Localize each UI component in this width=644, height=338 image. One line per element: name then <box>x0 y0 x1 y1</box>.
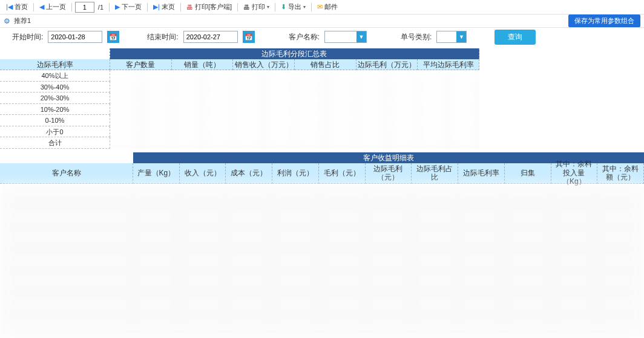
order-type-label: 单号类别: <box>401 32 432 42</box>
mail-icon: ✉ <box>317 3 323 11</box>
dropdown-icon: ▼ <box>456 31 466 42</box>
export-label: 导出 <box>288 2 301 11</box>
save-params-button[interactable]: 保存为常用参数组合 <box>568 15 640 27</box>
summary-col-header: 销售占比 <box>295 59 356 70</box>
separator <box>33 3 34 11</box>
summary-table: 边际毛利率 40%以上 30%-40% 20%-30% 10%-20% 0-10… <box>0 48 644 149</box>
print-button[interactable]: 🖶 打印 ▾ <box>241 1 272 13</box>
separator <box>237 3 238 11</box>
detail-col-header: 收入（元） <box>180 163 226 184</box>
last-page-label: 末页 <box>162 2 175 11</box>
start-time-input[interactable] <box>48 31 102 43</box>
print-client-label: 打印[客户端] <box>195 2 232 11</box>
export-button[interactable]: ⬇ 导出 ▾ <box>278 1 308 13</box>
dropdown-icon: ▼ <box>356 31 366 42</box>
summary-title: 边际毛利分段汇总表 <box>110 48 479 59</box>
end-time-label: 结束时间: <box>147 32 178 42</box>
customer-name-select[interactable]: ▼ <box>324 31 367 43</box>
detail-col-header: 归集 <box>505 163 551 184</box>
next-page-icon: ▶ <box>115 3 120 11</box>
prev-page-icon: ◀ <box>39 3 44 11</box>
mail-label: 邮件 <box>324 2 338 11</box>
page-number-input[interactable] <box>75 2 94 13</box>
first-page-label: 首页 <box>15 2 28 11</box>
last-page-button[interactable]: ▶| 末页 <box>151 1 177 13</box>
detail-col-header: 其中：余料额（元） <box>597 163 644 184</box>
print-client-button[interactable]: 🖶 打印[客户端] <box>184 1 234 13</box>
filter-toggle-icon[interactable]: ⚙ <box>4 17 10 25</box>
tabs-row: ⚙ 推荐1 保存为常用参数组合 <box>0 15 644 28</box>
detail-table: 客户收益明细表 客户名称 产量（Kg） 收入（元） 成本（元） 利润（元） 毛利… <box>0 152 644 339</box>
detail-col-header: 边际毛利（元） <box>366 163 412 184</box>
detail-col-header: 其中：余料投入量（Kg） <box>551 163 598 184</box>
print-icon: 🖶 <box>243 4 250 11</box>
prev-page-label: 上一页 <box>46 2 66 11</box>
detail-col-header: 边际毛利占比 <box>412 163 458 184</box>
first-page-button[interactable]: |◀ 首页 <box>4 1 30 13</box>
chevron-down-icon: ▾ <box>303 4 306 10</box>
separator <box>147 3 148 11</box>
detail-col-header: 客户名称 <box>0 163 133 184</box>
detail-col-header: 成本（元） <box>226 163 272 184</box>
end-time-input[interactable] <box>183 31 238 43</box>
print-icon: 🖶 <box>186 4 193 11</box>
detail-col-header: 毛利（元） <box>319 163 366 184</box>
detail-col-header: 产量（Kg） <box>133 163 180 184</box>
summary-row-label: 40%以上 <box>0 70 110 82</box>
summary-body-redacted: —————— —————— —————— —————— —————— —————… <box>110 70 479 149</box>
next-page-label: 下一页 <box>122 2 142 11</box>
separator <box>275 3 275 11</box>
filter-bar: 开始时间: 📅 结束时间: 📅 客户名称: ▼ 单号类别: ▼ 查询 <box>0 28 644 46</box>
separator <box>180 3 181 11</box>
calendar-icon[interactable]: 📅 <box>243 31 255 43</box>
next-page-button[interactable]: ▶ 下一页 <box>113 1 144 13</box>
start-time-label: 开始时间: <box>12 32 43 42</box>
summary-row-label: 0-10% <box>0 115 110 126</box>
query-button[interactable]: 查询 <box>494 30 536 45</box>
separator <box>311 3 312 11</box>
page-total-label: /1 <box>96 4 106 11</box>
report-toolbar: |◀ 首页 ◀ 上一页 /1 ▶ 下一页 ▶| 末页 🖶 打印[客户端] 🖶 打… <box>0 0 644 15</box>
detail-col-header: 边际毛利率 <box>458 163 505 184</box>
summary-row-label: 小于0 <box>0 126 110 138</box>
summary-col-header: 销量（吨） <box>172 59 234 70</box>
separator <box>109 3 110 11</box>
tab-recommend1[interactable]: 推荐1 <box>14 16 31 25</box>
summary-row-label: 合计 <box>0 137 110 149</box>
calendar-icon[interactable]: 📅 <box>107 31 119 43</box>
customer-name-label: 客户名称: <box>289 32 320 42</box>
detail-col-header: 利润（元） <box>272 163 319 184</box>
margin-rate-header: 边际毛利率 <box>0 59 110 70</box>
summary-row-label: 10%-20% <box>0 104 110 115</box>
order-type-select[interactable]: ▼ <box>436 31 467 43</box>
detail-body-redacted <box>0 184 644 339</box>
summary-row-label: 30%-40% <box>0 82 110 93</box>
separator <box>71 3 72 11</box>
export-icon: ⬇ <box>281 3 286 11</box>
chevron-down-icon: ▾ <box>267 4 269 10</box>
summary-col-header: 销售收入（万元） <box>233 59 295 70</box>
last-page-icon: ▶| <box>153 3 160 11</box>
summary-row-label: 20%-30% <box>0 93 110 104</box>
summary-col-header: 平均边际毛利率 <box>418 59 479 70</box>
summary-col-header: 边际毛利（万元） <box>356 59 418 70</box>
mail-button[interactable]: ✉ 邮件 <box>315 1 340 13</box>
summary-col-header: 客户数量 <box>110 59 172 70</box>
first-page-icon: |◀ <box>6 3 13 11</box>
prev-page-button[interactable]: ◀ 上一页 <box>37 1 68 13</box>
print-label: 打印 <box>252 2 265 11</box>
